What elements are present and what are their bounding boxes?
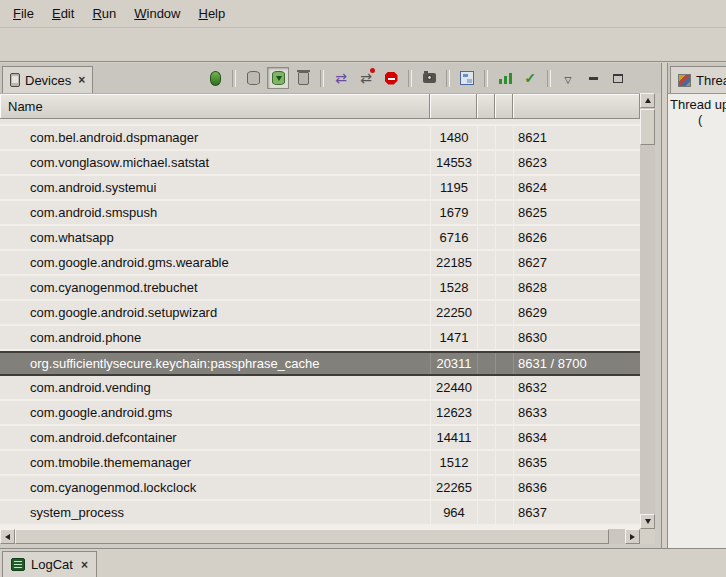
process-row[interactable]: com.cyanogenmod.lockclock222658636 xyxy=(0,476,640,499)
scrollbar-corner xyxy=(640,529,655,544)
empty-cell xyxy=(477,126,495,149)
scroll-down-icon[interactable] xyxy=(640,514,655,529)
minimize-button[interactable] xyxy=(582,67,604,89)
sysinfo-button[interactable] xyxy=(494,67,516,89)
view-menu-button[interactable] xyxy=(557,67,579,89)
cause-gc-button[interactable] xyxy=(292,67,314,89)
process-port: 8627 xyxy=(513,251,640,274)
process-port: 8634 xyxy=(513,426,640,449)
empty-cell xyxy=(495,151,513,174)
process-pid: 12623 xyxy=(430,401,477,424)
tab-devices[interactable]: Devices × xyxy=(2,66,93,93)
bottom-bar: LogCat × xyxy=(0,548,726,577)
process-port: 8625 xyxy=(513,201,640,224)
scroll-right-icon[interactable] xyxy=(625,529,640,544)
process-port: 8636 xyxy=(513,476,640,499)
update-heap-button[interactable] xyxy=(242,67,264,89)
maximize-icon xyxy=(613,74,623,83)
stop-process-icon xyxy=(385,72,398,85)
view-hierarchy-icon xyxy=(460,71,474,85)
empty-cell xyxy=(495,501,513,524)
process-row[interactable]: com.android.defcontainer144118634 xyxy=(0,426,640,449)
process-row[interactable]: org.sufficientlysecure.keychain:passphra… xyxy=(0,351,640,376)
process-row[interactable]: com.cyanogenmod.trebuchet15288628 xyxy=(0,276,640,299)
scroll-up-icon[interactable] xyxy=(640,93,655,108)
screen-capture-button[interactable] xyxy=(418,67,440,89)
tab-logcat[interactable]: LogCat × xyxy=(2,551,97,577)
close-icon[interactable]: × xyxy=(78,73,85,87)
column-header-col2[interactable] xyxy=(477,94,495,119)
process-row[interactable]: com.android.vending224408632 xyxy=(0,376,640,399)
minimize-icon xyxy=(589,77,598,80)
view-menu-icon xyxy=(565,71,572,86)
scroll-left-icon[interactable] xyxy=(0,529,15,544)
empty-cell xyxy=(495,126,513,149)
process-row[interactable]: com.android.systemui11958624 xyxy=(0,176,640,199)
dump-hprof-button[interactable] xyxy=(267,67,289,89)
process-row[interactable]: com.vonglasow.michael.satstat145538623 xyxy=(0,151,640,174)
view-hierarchy-button[interactable] xyxy=(456,67,478,89)
empty-cell xyxy=(495,226,513,249)
column-header-name[interactable]: Name xyxy=(0,94,430,119)
debug-process-button[interactable] xyxy=(204,67,226,89)
empty-cell xyxy=(477,426,495,449)
empty-cell xyxy=(495,326,513,349)
process-name: com.google.android.setupwizard xyxy=(0,301,430,324)
vertical-scrollbar[interactable] xyxy=(640,93,655,529)
tab-threads[interactable]: Threads xyxy=(670,66,726,93)
empty-cell xyxy=(477,451,495,474)
screen-capture-icon xyxy=(423,73,436,83)
menu-window[interactable]: Window xyxy=(125,2,189,25)
process-port: 8637 xyxy=(513,501,640,524)
process-name: com.cyanogenmod.lockclock xyxy=(0,476,430,499)
empty-cell xyxy=(495,176,513,199)
menu-help[interactable]: Help xyxy=(189,2,234,25)
process-name: com.bel.android.dspmanager xyxy=(0,126,430,149)
menu-file[interactable]: File xyxy=(4,2,43,25)
column-header-col4[interactable] xyxy=(513,94,640,119)
threads-panel: Threads Thread up ( xyxy=(668,63,726,548)
update-heap-icon xyxy=(247,71,260,85)
update-threads-button[interactable] xyxy=(330,67,352,89)
process-name: com.whatsapp xyxy=(0,226,430,249)
process-row[interactable]: com.google.android.setupwizard222508629 xyxy=(0,301,640,324)
process-row[interactable]: com.google.android.gms126238633 xyxy=(0,401,640,424)
stop-process-button[interactable] xyxy=(380,67,402,89)
close-icon[interactable]: × xyxy=(81,558,88,572)
method-profiling-button[interactable] xyxy=(355,67,377,89)
threads-message-line1: Thread up xyxy=(670,97,724,112)
menu-edit[interactable]: Edit xyxy=(43,2,83,25)
vertical-scroll-thumb[interactable] xyxy=(640,109,655,145)
devices-toolbar xyxy=(204,67,629,89)
empty-cell xyxy=(495,353,513,374)
column-header-col1[interactable] xyxy=(430,94,477,119)
process-pid: 22185 xyxy=(430,251,477,274)
threads-message-line2: ( xyxy=(670,112,724,127)
process-row[interactable]: com.android.smspush16798625 xyxy=(0,201,640,224)
menu-run[interactable]: Run xyxy=(83,2,125,25)
process-name: org.sufficientlysecure.keychain:passphra… xyxy=(0,353,430,374)
process-row[interactable]: com.whatsapp67168626 xyxy=(0,226,640,249)
process-pid: 22265 xyxy=(430,476,477,499)
process-port: 8635 xyxy=(513,451,640,474)
cause-gc-icon xyxy=(298,72,309,85)
table-header: Name xyxy=(0,93,640,119)
sysinfo-icon xyxy=(499,72,512,84)
horizontal-scroll-thumb[interactable] xyxy=(15,529,609,544)
process-port: 8621 xyxy=(513,126,640,149)
toolbar-separator xyxy=(484,70,488,87)
empty-cell xyxy=(477,226,495,249)
process-row[interactable]: com.tmobile.thememanager15128635 xyxy=(0,451,640,474)
column-header-col3[interactable] xyxy=(495,94,513,119)
process-pid: 14553 xyxy=(430,151,477,174)
horizontal-scrollbar[interactable] xyxy=(0,529,640,544)
process-row[interactable]: com.google.android.gms.wearable221858627 xyxy=(0,251,640,274)
chart-button[interactable] xyxy=(519,67,541,89)
empty-cell xyxy=(495,401,513,424)
maximize-button[interactable] xyxy=(607,67,629,89)
debug-process-icon xyxy=(210,71,221,86)
process-name: com.google.android.gms.wearable xyxy=(0,251,430,274)
process-row[interactable]: com.android.phone14718630 xyxy=(0,326,640,349)
process-row[interactable]: system_process9648637 xyxy=(0,501,640,524)
process-row[interactable]: com.bel.android.dspmanager14808621 xyxy=(0,126,640,149)
